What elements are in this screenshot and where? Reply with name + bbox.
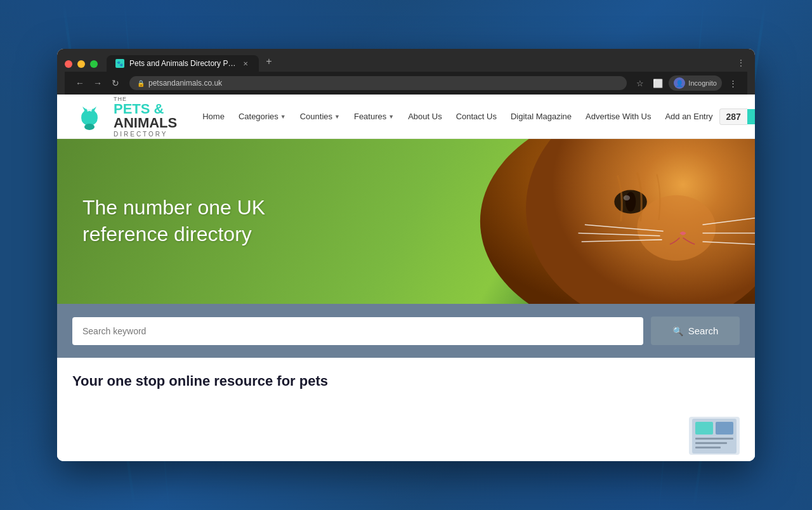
counties-chevron: ▼ — [334, 114, 340, 120]
forward-button[interactable]: → — [90, 75, 105, 91]
svg-rect-18 — [695, 442, 727, 444]
entry-count: 287 — [719, 108, 747, 125]
active-tab[interactable]: 🐾 Pets and Animals Directory Po... ✕ — [107, 55, 259, 72]
hero-section: The number one UK reference directory — [57, 139, 755, 304]
window-controls — [65, 60, 98, 72]
nav-advertise[interactable]: Advertise With Us — [579, 108, 657, 125]
svg-point-12 — [625, 192, 636, 212]
nav-add-entry[interactable]: Add an Entry — [658, 108, 719, 125]
search-input-wrapper — [72, 317, 643, 345]
url-text: petsandanimals.co.uk — [148, 79, 222, 88]
nav-about-us[interactable]: About Us — [402, 108, 448, 125]
tab-favicon: 🐾 — [115, 59, 124, 68]
nav-right: 287 Add 👤 — [719, 108, 755, 126]
svg-point-4 — [637, 195, 716, 261]
svg-rect-15 — [695, 422, 713, 435]
search-section: 🔍 Search — [57, 304, 755, 358]
browser-window: 🐾 Pets and Animals Directory Po... ✕ + ⋮… — [57, 49, 755, 461]
window-action-controls: ⋮ — [735, 56, 747, 72]
browser-chrome: 🐾 Pets and Animals Directory Po... ✕ + ⋮… — [57, 49, 755, 95]
body-section: Your one stop online resource for pets — [57, 358, 755, 461]
svg-point-1 — [84, 124, 95, 130]
nav-links: Home Categories ▼ Counties ▼ Features ▼ … — [196, 108, 719, 125]
nav-counties[interactable]: Counties ▼ — [294, 108, 346, 125]
logo-icon — [72, 99, 107, 134]
url-bar[interactable]: 🔒 petsandanimals.co.uk — [129, 76, 627, 90]
search-input[interactable] — [72, 317, 643, 345]
reload-button[interactable]: ↻ — [108, 75, 123, 91]
window-settings-icon[interactable]: ⋮ — [735, 56, 747, 69]
close-button[interactable] — [65, 60, 72, 68]
logo-animals: ANIMALS — [114, 116, 177, 130]
features-chevron: ▼ — [388, 114, 394, 120]
site-logo[interactable]: THE PETS & ANIMALS DIRECTORY — [72, 96, 177, 138]
search-button-label: Search — [688, 325, 719, 336]
tab-bar: 🐾 Pets and Animals Directory Po... ✕ + ⋮ — [65, 54, 747, 72]
address-actions: ☆ ⬜ 👤 Incognito ⋮ — [633, 75, 740, 91]
search-icon: 🔍 — [672, 326, 683, 336]
address-bar: ← → ↻ 🔒 petsandanimals.co.uk ☆ ⬜ 👤 Incog… — [65, 72, 747, 95]
logo-pets: PETS & — [114, 102, 177, 116]
svg-rect-19 — [695, 447, 721, 448]
logo-text: THE PETS & ANIMALS DIRECTORY — [114, 96, 177, 138]
nav-categories[interactable]: Categories ▼ — [232, 108, 292, 125]
search-button[interactable]: 🔍 Search — [651, 317, 740, 345]
section-headline: Your one stop online resource for pets — [72, 373, 740, 389]
hero-headline: The number one UK reference directory — [82, 195, 265, 247]
hero-cat-image — [336, 139, 755, 304]
nav-buttons: ← → ↻ — [72, 75, 123, 91]
site-navigation: THE PETS & ANIMALS DIRECTORY Home Catego… — [57, 95, 755, 139]
thumbnail-image — [689, 417, 740, 455]
nav-contact-us[interactable]: Contact Us — [450, 108, 503, 125]
profile-badge[interactable]: 👤 Incognito — [669, 75, 722, 91]
incognito-label: Incognito — [688, 79, 717, 87]
back-button[interactable]: ← — [72, 75, 88, 91]
svg-rect-16 — [716, 422, 733, 435]
nav-home[interactable]: Home — [196, 108, 231, 125]
lock-icon: 🔒 — [137, 80, 145, 87]
hero-text-overlay: The number one UK reference directory — [57, 195, 291, 247]
menu-icon[interactable]: ⋮ — [726, 76, 740, 90]
minimize-button[interactable] — [77, 60, 85, 68]
bookmark-icon[interactable]: ☆ — [633, 76, 647, 90]
categories-chevron: ▼ — [280, 114, 286, 120]
tab-title: Pets and Animals Directory Po... — [129, 59, 236, 68]
tab-close-button[interactable]: ✕ — [241, 59, 250, 68]
nav-digital-magazine[interactable]: Digital Magazine — [504, 108, 578, 125]
entry-count-container: 287 Add — [719, 108, 755, 125]
profile-avatar: 👤 — [674, 77, 685, 89]
website-content: THE PETS & ANIMALS DIRECTORY Home Catego… — [57, 95, 755, 461]
new-tab-button[interactable]: + — [260, 54, 278, 72]
svg-rect-17 — [695, 438, 733, 440]
tab-view-icon[interactable]: ⬜ — [651, 76, 665, 90]
logo-directory: DIRECTORY — [114, 131, 177, 138]
svg-point-13 — [624, 195, 630, 200]
maximize-button[interactable] — [90, 60, 98, 68]
nav-features[interactable]: Features ▼ — [348, 108, 400, 125]
add-button[interactable]: Add — [747, 109, 755, 124]
